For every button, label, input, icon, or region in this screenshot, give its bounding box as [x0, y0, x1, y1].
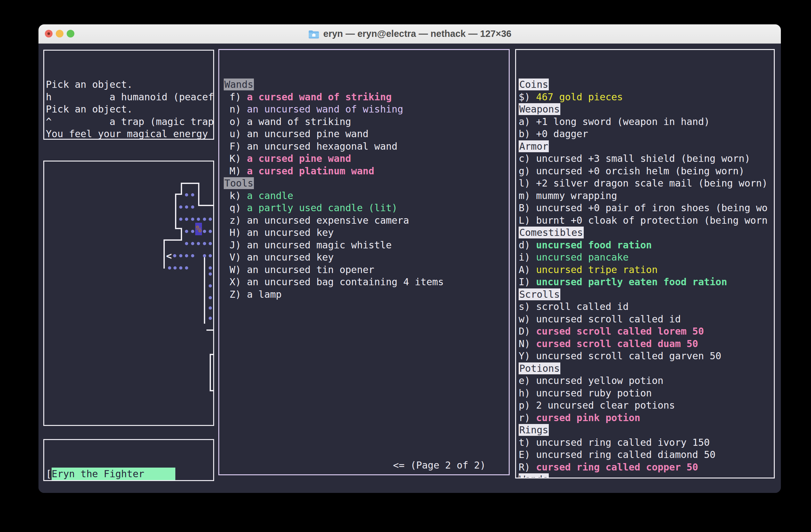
- list-item: L) burnt +0 cloak of protection (being w…: [519, 215, 774, 227]
- map-floor-dot: [191, 242, 194, 245]
- item-key: M): [224, 166, 247, 176]
- item-text: uncursed scroll called garven 50: [536, 350, 721, 361]
- item-key: J): [224, 239, 247, 251]
- item-key: n): [224, 104, 247, 115]
- map-floor-dot: [209, 266, 212, 269]
- list-header-line: Rings: [519, 424, 774, 437]
- map-floor-dot: [191, 218, 194, 221]
- list-item: N) cursed scroll called duam 50: [519, 338, 774, 350]
- staircase-up: <: [166, 250, 172, 262]
- map-floor-dot: [185, 242, 188, 245]
- folder-icon: [308, 30, 320, 38]
- item-text: a candle: [247, 190, 293, 201]
- map-floor-dot: [209, 307, 212, 310]
- list-item[interactable]: H) an uncursed key: [224, 226, 509, 239]
- list-item: r) cursed pink potion: [519, 412, 774, 424]
- map-wall: [181, 183, 199, 184]
- category-header: Wands: [519, 473, 549, 479]
- terminal-window: eryn — eryn@electra — nethack — 127×36 P…: [39, 25, 781, 493]
- map-floor-dot: [209, 242, 212, 245]
- item-text: cursed pink potion: [536, 412, 640, 423]
- list-item: I) uncursed partly eaten food ration: [519, 276, 774, 288]
- item-key: H): [224, 227, 247, 238]
- map-floor-dot: [191, 205, 194, 209]
- map-floor-dot: [191, 254, 194, 257]
- list-item: i) uncursed pancake: [519, 251, 774, 264]
- item-key: Z): [224, 289, 247, 300]
- map-floor-dot: [185, 205, 188, 209]
- item-key: B): [519, 202, 536, 214]
- map-floor-dot: [185, 193, 188, 197]
- item-key: Y): [519, 350, 536, 361]
- list-item[interactable]: W) an uncursed tin opener: [224, 264, 509, 276]
- item-text: a partly used candle (lit): [247, 202, 397, 214]
- list-item[interactable]: X) an uncursed bag containing 4 items: [224, 276, 509, 288]
- map-cursor-food: %: [195, 223, 202, 235]
- list-item[interactable]: n) an uncursed wand of wishing: [224, 103, 509, 116]
- map-floor-dot: [185, 230, 188, 233]
- item-key: o): [224, 116, 247, 127]
- list-item[interactable]: Z) a lamp: [224, 288, 509, 301]
- screen: eryn — eryn@electra — nethack — 127×36 P…: [0, 0, 811, 532]
- map-floor-dot: [173, 254, 176, 257]
- item-key: d): [519, 239, 536, 251]
- map-panel: <%: [43, 160, 214, 426]
- item-key: E): [519, 449, 536, 460]
- item-text: an uncursed tin opener: [247, 264, 374, 275]
- list-item: a) +1 long sword (weapon in hand): [519, 116, 774, 128]
- list-item: l) +2 silver dragon scale mail (being wo…: [519, 177, 774, 190]
- list-item[interactable]: u) an uncursed pine wand: [224, 128, 509, 140]
- list-header-line: Potions: [519, 362, 774, 375]
- item-key: N): [519, 338, 536, 349]
- list-item[interactable]: q) a partly used candle (lit): [224, 202, 509, 215]
- item-key: F): [224, 141, 247, 152]
- map-floor-dot: [209, 284, 212, 287]
- list-item[interactable]: J) an uncursed magic whistle: [224, 239, 509, 252]
- category-header: Potions: [519, 362, 560, 374]
- item-text: scroll called id: [536, 301, 629, 312]
- item-key: k): [224, 190, 247, 201]
- item-text: uncursed ring called diamond 50: [536, 449, 716, 460]
- item-key: K): [224, 153, 247, 164]
- map-wall: [210, 390, 214, 391]
- item-key: l): [519, 177, 536, 189]
- item-key: p): [519, 400, 536, 411]
- list-item[interactable]: K) a cursed pine wand: [224, 153, 509, 165]
- item-key: u): [224, 128, 247, 139]
- map-wall: [204, 256, 205, 324]
- item-text: cursed ring called copper 50: [536, 461, 698, 473]
- map-floor-dot: [173, 266, 177, 269]
- item-key: D): [519, 326, 536, 337]
- map-floor-dot: [185, 254, 188, 257]
- list-item[interactable]: M) a cursed platinum wand: [224, 165, 509, 177]
- map-wall: [198, 205, 214, 206]
- map-floor-dot: [209, 296, 212, 299]
- list-item[interactable]: V) an uncursed key: [224, 251, 509, 264]
- list-item: d) uncursed food ration: [519, 239, 774, 252]
- map-floor-dot: [191, 193, 194, 197]
- map-floor-dot: [191, 230, 194, 233]
- item-text: a wand of striking: [247, 116, 351, 127]
- map-floor-dot: [209, 317, 212, 320]
- category-header: Coins: [519, 79, 549, 90]
- list-item: w) uncursed scroll called id: [519, 313, 774, 326]
- list-item: s) scroll called id: [519, 301, 774, 313]
- map-floor-dot: [197, 242, 200, 245]
- list-item[interactable]: o) a wand of striking: [224, 116, 509, 128]
- list-item[interactable]: f) a cursed wand of striking: [224, 91, 509, 104]
- list-item[interactable]: F) an uncursed hexagonal wand: [224, 140, 509, 153]
- map-floor-dot: [185, 218, 188, 221]
- list-item: t) uncursed ring called ivory 150: [519, 437, 774, 449]
- list-item[interactable]: k) a candle: [224, 190, 509, 202]
- item-key: $): [519, 91, 536, 103]
- category-header: Comestibles: [519, 226, 584, 238]
- item-key: R): [519, 461, 536, 473]
- message-line: Pick an object.: [46, 103, 213, 116]
- list-header-line: Wands: [519, 473, 774, 479]
- item-text: uncursed scroll called id: [536, 313, 681, 325]
- title-bar[interactable]: eryn — eryn@electra — nethack — 127×36: [39, 25, 781, 44]
- item-text: uncursed pancake: [536, 252, 629, 263]
- list-item[interactable]: z) an uncursed expensive camera: [224, 215, 509, 227]
- item-key: w): [519, 313, 536, 325]
- list-header-line: Tools: [224, 177, 509, 190]
